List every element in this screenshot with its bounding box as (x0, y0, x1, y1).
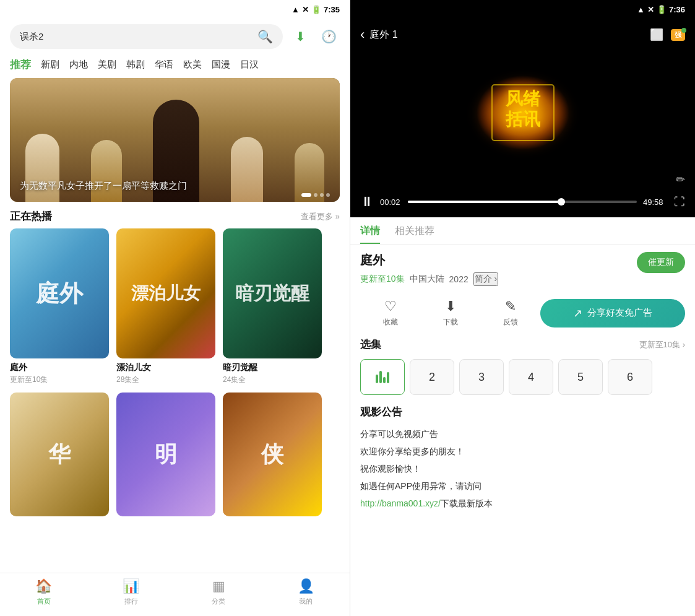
update-status: 更新至10集 (360, 274, 405, 285)
tab-korea[interactable]: 韩剧 (126, 58, 145, 72)
episode-2-button[interactable]: 2 (410, 359, 454, 395)
left-wifi-icon: ✕ (302, 5, 309, 14)
collect-label: 收藏 (383, 317, 398, 328)
urge-button[interactable]: 催更新 (637, 252, 685, 273)
rank-icon: 📊 (123, 578, 139, 594)
hot-section-title: 正在热播 (10, 209, 52, 223)
progress-dot (558, 198, 565, 206)
video-player[interactable]: ‹ 庭外 1 ⬜ 强 (350, 19, 695, 217)
feedback-button[interactable]: ✎ 反馈 (480, 298, 540, 328)
episode-3-button[interactable]: 3 (459, 359, 504, 395)
video-logo-svg: 风绪 括讯 (473, 72, 572, 153)
left-battery-icon: 🔋 (311, 5, 321, 14)
episode-6-button[interactable]: 6 (608, 359, 652, 395)
feedback-label: 反馈 (503, 317, 518, 328)
download-action-button[interactable]: ⬇ 下载 (420, 298, 480, 328)
download-button[interactable]: ⬇ (289, 25, 311, 48)
show-subtitle-piaopo: 28集全 (116, 375, 215, 385)
hot-shows-row1: 庭外 庭外 更新至10集 漂泊儿女 漂泊儿女 28集全 暗刃觉醒 暗刃觉醒 24… (0, 228, 350, 385)
hero-dot-4 (326, 193, 330, 197)
show-name: 庭外 (360, 252, 498, 269)
notice-text: 分享可以免视频广告 欢迎你分享给更多的朋友！ 祝你观影愉快！ 如遇任何APP使用… (360, 425, 685, 512)
share-friends-button[interactable]: ↗ 分享好友免广告 (540, 299, 685, 328)
show-info: 庭外 更新至10集 中国大陆 2022 简介 › 催更新 (350, 245, 695, 293)
see-more-button[interactable]: 查看更多 » (301, 211, 340, 222)
intro-link[interactable]: 简介 › (473, 272, 499, 286)
hero-dot-1 (301, 193, 311, 197)
nav-profile[interactable]: 👤 我的 (262, 578, 350, 606)
show-card-action: 侠 (223, 393, 322, 516)
hero-banner[interactable]: 为无数平凡女子推开了一扇平等救赎之门 (10, 78, 340, 202)
tab-detail[interactable]: 详情 (360, 225, 380, 244)
episode-title: 选集 (360, 337, 381, 352)
edit-button[interactable]: ✏ (676, 173, 685, 186)
pause-button[interactable]: ⏸ (360, 194, 374, 210)
episode-more-button[interactable]: 更新至10集 › (639, 339, 685, 350)
show-subtitle-anren: 24集全 (223, 375, 322, 385)
tab-japan[interactable]: 日汉 (240, 58, 259, 72)
cast-button[interactable]: ⬜ (650, 28, 663, 41)
show-card-ming: 明 (116, 393, 215, 516)
nav-rank-label: 排行 (124, 597, 138, 606)
right-status-bar: ▲ ✕ 🔋 7:36 (350, 0, 695, 19)
episode-5-button[interactable]: 5 (558, 359, 603, 395)
tab-new[interactable]: 新剧 (41, 58, 59, 72)
history-button[interactable]: 🕐 (317, 25, 340, 48)
download-icon: ⬇ (445, 298, 456, 315)
bottom-nav: 🏠 首页 📊 排行 ▦ 分类 👤 我的 (0, 573, 350, 616)
progress-fill (408, 201, 561, 203)
hero-dot-3 (320, 193, 324, 197)
show-thumb-anren[interactable]: 暗刃觉醒 (223, 228, 322, 358)
show-title-anren: 暗刃觉醒 (223, 362, 322, 373)
left-time: 7:35 (324, 5, 340, 14)
progress-track[interactable] (408, 201, 637, 203)
search-input-wrap[interactable]: 误杀2 🔍 (10, 24, 283, 49)
show-thumb-tingwai[interactable]: 庭外 (10, 228, 109, 358)
svg-text:括讯: 括讯 (505, 110, 541, 129)
detail-content: 详情 相关推荐 庭外 更新至10集 中国大陆 2022 简介 › 催更新 (350, 217, 695, 616)
show-card-tingwai: 庭外 庭外 更新至10集 (10, 228, 109, 385)
eq-bar-4 (387, 372, 389, 383)
hero-dot-2 (314, 193, 317, 197)
hero-caption: 为无数平凡女子推开了一扇平等救赎之门 (20, 180, 187, 191)
nav-category[interactable]: ▦ 分类 (175, 578, 262, 606)
episode-grid: 2 3 4 5 6 (360, 359, 685, 395)
playing-icon (376, 371, 389, 383)
profile-icon: 👤 (298, 578, 314, 594)
vip-dot (681, 28, 686, 33)
search-bar: 误杀2 🔍 ⬇ 🕐 (0, 19, 350, 54)
show-thumb-piaopo[interactable]: 漂泊儿女 (116, 228, 215, 358)
share-icon: ↗ (573, 306, 582, 320)
tab-us[interactable]: 美剧 (98, 58, 116, 72)
notice-link[interactable]: http://banma001.xyz/ (360, 498, 441, 508)
nav-home[interactable]: 🏠 首页 (0, 578, 87, 606)
back-button[interactable]: ‹ (360, 27, 365, 43)
left-panel: ▲ ✕ 🔋 7:35 误杀2 🔍 ⬇ 🕐 推荐 新剧 内地 美剧 韩剧 华语 欧… (0, 0, 350, 616)
progress-bar-row: ⏸ 00:02 49:58 ⛶ (360, 194, 685, 210)
episode-1-button[interactable] (360, 359, 405, 395)
tab-recommend[interactable]: 推荐 (10, 56, 31, 73)
tab-related[interactable]: 相关推荐 (395, 225, 434, 244)
search-button[interactable]: 🔍 (257, 29, 273, 44)
episode-4-button[interactable]: 4 (509, 359, 553, 395)
notice-line-3: 祝你观影愉快！ (360, 460, 685, 477)
tab-europe[interactable]: 欧美 (183, 58, 202, 72)
category-icon: ▦ (212, 578, 225, 594)
tab-chinese[interactable]: 华语 (155, 58, 173, 72)
show-title-tingwai: 庭外 (10, 362, 109, 373)
heart-icon: ♡ (384, 298, 397, 315)
notice-line-4: 如遇任何APP使用异常，请访问 (360, 477, 685, 495)
nav-rank[interactable]: 📊 排行 (87, 578, 175, 606)
share-label: 分享好友免广告 (587, 307, 652, 319)
fullscreen-button[interactable]: ⛶ (674, 196, 685, 209)
notice-section: 观影公告 分享可以免视频广告 欢迎你分享给更多的朋友！ 祝你观影愉快！ 如遇任何… (350, 402, 695, 524)
notice-line-2: 欢迎你分享给更多的朋友！ (360, 443, 685, 460)
nav-profile-label: 我的 (299, 597, 313, 606)
left-signal-icon: ▲ (291, 5, 300, 14)
notice-link-suffix: 下载最新版本 (441, 498, 493, 508)
hot-shows-row2: 华 明 侠 (0, 385, 350, 516)
tab-mainland[interactable]: 内地 (69, 58, 88, 72)
tab-anime[interactable]: 国漫 (212, 58, 230, 72)
detail-tabs: 详情 相关推荐 (350, 217, 695, 245)
collect-button[interactable]: ♡ 收藏 (360, 298, 420, 328)
